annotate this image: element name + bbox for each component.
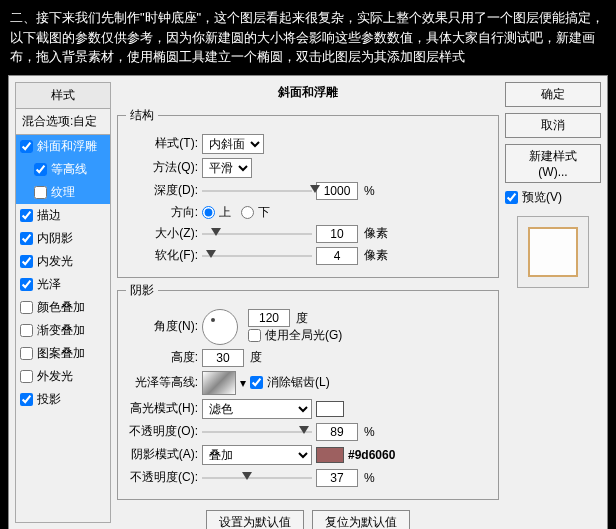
style-item-label: 内阴影	[37, 230, 73, 247]
deg-unit-2: 度	[250, 349, 262, 366]
layer-style-dialog: 样式 混合选项:自定 斜面和浮雕等高线纹理描边内阴影内发光光泽颜色叠加渐变叠加图…	[8, 75, 608, 530]
highlight-opacity-input[interactable]	[316, 423, 358, 441]
style-item-label: 描边	[37, 207, 61, 224]
shading-group: 阴影 角度(N): 度 使用全局光(G) 高度: 度 光泽等高线:	[117, 282, 499, 500]
style-item-checkbox[interactable]	[20, 301, 33, 314]
angle-label: 角度(N):	[126, 318, 198, 335]
style-item-checkbox[interactable]	[20, 393, 33, 406]
pct-unit: %	[364, 184, 375, 198]
chevron-down-icon[interactable]: ▾	[240, 376, 246, 390]
reset-default-button[interactable]: 复位为默认值	[312, 510, 410, 530]
gloss-contour-picker[interactable]	[202, 371, 236, 395]
style-item-9[interactable]: 图案叠加	[16, 342, 110, 365]
px-unit: 像素	[364, 225, 388, 242]
direction-label: 方向:	[126, 204, 198, 221]
highlight-opacity-slider[interactable]	[202, 424, 312, 440]
style-item-label: 斜面和浮雕	[37, 138, 97, 155]
angle-input[interactable]	[248, 309, 290, 327]
new-style-button[interactable]: 新建样式(W)...	[505, 144, 601, 183]
altitude-input[interactable]	[202, 349, 244, 367]
shadow-opacity-input[interactable]	[316, 469, 358, 487]
shadow-opacity-label: 不透明度(C):	[126, 469, 198, 486]
preview-box	[517, 216, 589, 288]
deg-unit: 度	[296, 310, 308, 327]
style-item-3[interactable]: 描边	[16, 204, 110, 227]
altitude-label: 高度:	[126, 349, 198, 366]
style-item-label: 投影	[37, 391, 61, 408]
style-item-8[interactable]: 渐变叠加	[16, 319, 110, 342]
size-input[interactable]	[316, 225, 358, 243]
shadow-color-swatch[interactable]	[316, 447, 344, 463]
style-item-0[interactable]: 斜面和浮雕	[16, 135, 110, 158]
style-item-checkbox[interactable]	[20, 232, 33, 245]
ok-button[interactable]: 确定	[505, 82, 601, 107]
highlight-mode-select[interactable]: 滤色	[202, 399, 312, 419]
style-list-panel: 样式 混合选项:自定 斜面和浮雕等高线纹理描边内阴影内发光光泽颜色叠加渐变叠加图…	[15, 82, 111, 523]
right-panel: 确定 取消 新建样式(W)... 预览(V)	[505, 82, 601, 523]
shadow-hex-text: #9d6060	[348, 448, 395, 462]
style-item-checkbox[interactable]	[20, 209, 33, 222]
style-item-label: 纹理	[51, 184, 75, 201]
blend-options-row[interactable]: 混合选项:自定	[15, 109, 111, 135]
depth-slider[interactable]	[202, 183, 312, 199]
highlight-mode-label: 高光模式(H):	[126, 400, 198, 417]
angle-wheel[interactable]	[202, 309, 238, 345]
shadow-mode-select[interactable]: 叠加	[202, 445, 312, 465]
styles-header: 样式	[15, 82, 111, 109]
highlight-color-swatch[interactable]	[316, 401, 344, 417]
shadow-opacity-slider[interactable]	[202, 470, 312, 486]
shading-legend: 阴影	[126, 282, 158, 299]
method-select[interactable]: 平滑	[202, 158, 252, 178]
cancel-button[interactable]: 取消	[505, 113, 601, 138]
style-item-checkbox[interactable]	[20, 324, 33, 337]
style-item-10[interactable]: 外发光	[16, 365, 110, 388]
style-item-label: 外发光	[37, 368, 73, 385]
make-default-button[interactable]: 设置为默认值	[206, 510, 304, 530]
preview-check[interactable]: 预览(V)	[505, 189, 601, 206]
style-item-2[interactable]: 纹理	[16, 181, 110, 204]
style-item-checkbox[interactable]	[34, 163, 47, 176]
style-select[interactable]: 内斜面	[202, 134, 264, 154]
style-item-7[interactable]: 颜色叠加	[16, 296, 110, 319]
structure-legend: 结构	[126, 107, 158, 124]
style-item-11[interactable]: 投影	[16, 388, 110, 411]
style-item-4[interactable]: 内阴影	[16, 227, 110, 250]
style-item-label: 等高线	[51, 161, 87, 178]
style-item-checkbox[interactable]	[20, 255, 33, 268]
intro-text: 二、接下来我们先制作"时钟底座"，这个图层看起来很复杂，实际上整个效果只用了一个…	[0, 0, 616, 75]
style-item-label: 图案叠加	[37, 345, 85, 362]
style-item-checkbox[interactable]	[20, 278, 33, 291]
structure-group: 结构 样式(T): 内斜面 方法(Q): 平滑 深度(D): % 方向: 上 下	[117, 107, 499, 278]
antialias-check[interactable]: 消除锯齿(L)	[250, 374, 330, 391]
settings-panel: 斜面和浮雕 结构 样式(T): 内斜面 方法(Q): 平滑 深度(D): % 方…	[117, 82, 499, 523]
method-label: 方法(Q):	[126, 159, 198, 176]
px-unit-2: 像素	[364, 247, 388, 264]
style-item-1[interactable]: 等高线	[16, 158, 110, 181]
soften-label: 软化(F):	[126, 247, 198, 264]
style-item-5[interactable]: 内发光	[16, 250, 110, 273]
soften-slider[interactable]	[202, 248, 312, 264]
style-list: 斜面和浮雕等高线纹理描边内阴影内发光光泽颜色叠加渐变叠加图案叠加外发光投影	[15, 135, 111, 523]
style-item-6[interactable]: 光泽	[16, 273, 110, 296]
style-item-checkbox[interactable]	[34, 186, 47, 199]
style-item-label: 渐变叠加	[37, 322, 85, 339]
dir-down-radio[interactable]: 下	[241, 204, 270, 221]
soften-input[interactable]	[316, 247, 358, 265]
depth-input[interactable]	[316, 182, 358, 200]
style-item-checkbox[interactable]	[20, 140, 33, 153]
gloss-label: 光泽等高线:	[126, 374, 198, 391]
style-item-checkbox[interactable]	[20, 347, 33, 360]
style-item-label: 内发光	[37, 253, 73, 270]
global-light-check[interactable]: 使用全局光(G)	[248, 327, 342, 344]
depth-label: 深度(D):	[126, 182, 198, 199]
size-slider[interactable]	[202, 226, 312, 242]
preview-thumb	[528, 227, 578, 277]
style-item-label: 光泽	[37, 276, 61, 293]
dir-up-radio[interactable]: 上	[202, 204, 231, 221]
highlight-opacity-label: 不透明度(O):	[126, 423, 198, 440]
style-item-checkbox[interactable]	[20, 370, 33, 383]
panel-title: 斜面和浮雕	[117, 82, 499, 103]
size-label: 大小(Z):	[126, 225, 198, 242]
style-item-label: 颜色叠加	[37, 299, 85, 316]
shadow-mode-label: 阴影模式(A):	[126, 446, 198, 463]
